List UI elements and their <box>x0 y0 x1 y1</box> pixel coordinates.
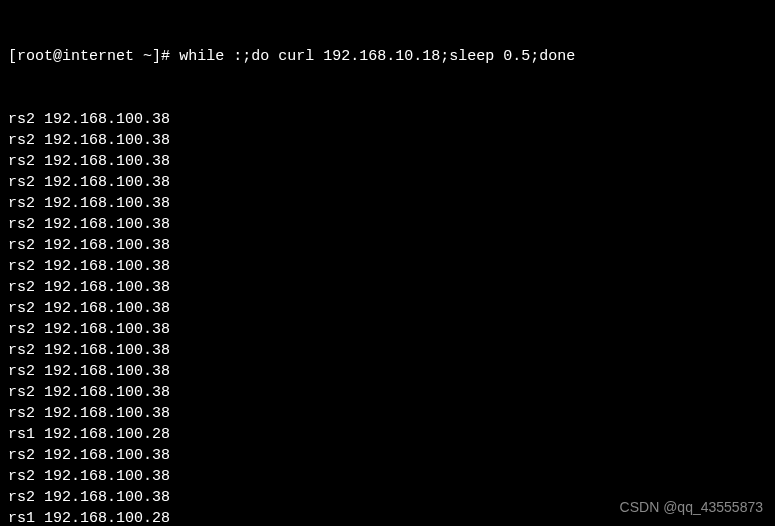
output-line: rs1 192.168.100.28 <box>8 424 767 445</box>
prompt-symbol: # <box>161 48 170 65</box>
output-line: rs2 192.168.100.38 <box>8 445 767 466</box>
command-output: rs2 192.168.100.38rs2 192.168.100.38rs2 … <box>8 109 767 526</box>
output-line: rs2 192.168.100.38 <box>8 235 767 256</box>
output-line: rs2 192.168.100.38 <box>8 130 767 151</box>
prompt-host: internet <box>62 48 134 65</box>
watermark-text: CSDN @qq_43555873 <box>620 498 763 518</box>
shell-prompt: [root@internet ~]# <box>8 48 170 65</box>
output-line: rs2 192.168.100.38 <box>8 319 767 340</box>
output-line: rs2 192.168.100.38 <box>8 466 767 487</box>
typed-command: while :;do curl 192.168.10.18;sleep 0.5;… <box>179 48 575 65</box>
output-line: rs2 192.168.100.38 <box>8 172 767 193</box>
terminal-window[interactable]: [root@internet ~]# while :;do curl 192.1… <box>8 4 767 526</box>
command-line: [root@internet ~]# while :;do curl 192.1… <box>8 46 767 67</box>
output-line: rs2 192.168.100.38 <box>8 340 767 361</box>
output-line: rs2 192.168.100.38 <box>8 151 767 172</box>
output-line: rs2 192.168.100.38 <box>8 277 767 298</box>
prompt-user: root <box>17 48 53 65</box>
output-line: rs2 192.168.100.38 <box>8 298 767 319</box>
output-line: rs2 192.168.100.38 <box>8 403 767 424</box>
output-line: rs2 192.168.100.38 <box>8 109 767 130</box>
output-line: rs2 192.168.100.38 <box>8 256 767 277</box>
output-line: rs2 192.168.100.38 <box>8 214 767 235</box>
output-line: rs2 192.168.100.38 <box>8 193 767 214</box>
output-line: rs2 192.168.100.38 <box>8 361 767 382</box>
prompt-path: ~ <box>143 48 152 65</box>
output-line: rs2 192.168.100.38 <box>8 382 767 403</box>
